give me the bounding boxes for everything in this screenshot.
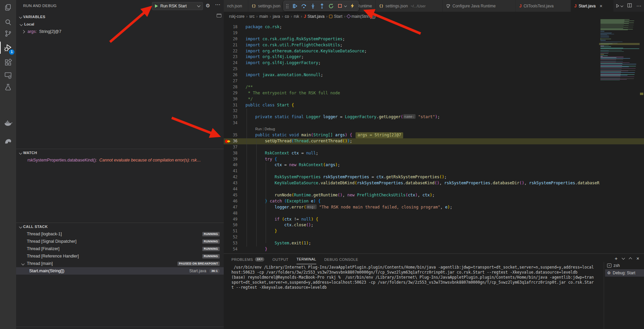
step-over-button[interactable] [300,2,308,10]
call-stack-thread-row[interactable]: Thread [Finalizer]RUNNING [16,245,224,252]
code-line-27[interactable]: 27 [224,78,644,84]
call-stack-thread-row[interactable]: Thread [logback-1]RUNNING [16,230,224,238]
codelens-run[interactable]: Run [255,127,262,131]
code-line-48[interactable]: 48 [224,210,644,217]
line-number[interactable]: 23 [224,54,237,60]
line-number[interactable]: 19 [224,30,237,36]
line-number[interactable]: 45 [224,192,237,198]
line-number[interactable]: 26 [224,72,237,78]
code-line-54[interactable]: 54 } [224,246,644,252]
call-stack-section-header[interactable]: CALL STACK [16,223,224,230]
minimap[interactable] [599,19,640,82]
start-debug-icon[interactable] [155,4,158,8]
line-number[interactable]: 31 [224,102,237,108]
launch-config-dropdown[interactable]: Run RSK Start [152,2,203,10]
line-number[interactable]: 37 [224,144,237,150]
source-control-icon[interactable] [0,27,16,40]
call-stack-frame-row[interactable]: Start.main(String[])Start.java36:1 [16,267,224,275]
watch-section-header[interactable]: WATCH [16,149,224,156]
code-line-23[interactable]: 23import org.slf4j.Logger; [224,54,644,60]
panel-tab-debug-console[interactable]: DEBUG CONSOLE [324,254,358,264]
code-line-50[interactable]: 50 ctx.close(); [224,222,644,228]
code-line-51[interactable]: 51 } [224,228,644,234]
line-number[interactable]: 30 [224,96,237,102]
line-number[interactable]: 51 [224,228,237,234]
restart-button[interactable] [327,2,335,10]
line-number[interactable]: 48 [224,210,237,217]
chevron-down-icon[interactable] [622,256,625,260]
code-line-33[interactable]: 33 private static final Logger logger = … [224,114,644,120]
code-line-24[interactable]: 24import org.slf4j.LoggerFactory; [224,60,644,66]
code-line-37[interactable]: 37 [224,144,644,150]
code-line-49[interactable]: 49 if (ctx != null) { [224,217,644,223]
code-line-31[interactable]: 31public class Start { [224,102,644,108]
close-tab-icon[interactable]: × [600,4,602,8]
more-actions-icon[interactable]: ⋯ [215,1,220,8]
code-line-20[interactable]: 20import co.rsk.config.RskSystemProperti… [224,36,644,42]
line-number[interactable]: 34 [224,120,237,126]
line-number[interactable]: 44 [224,186,237,192]
code-line-22[interactable]: 22import org.ethereum.datasource.KeyValu… [224,48,644,54]
run-file-button[interactable] [615,4,623,8]
call-stack-thread-row[interactable]: Thread [main]PAUSED ON BREAKPOINT [16,260,224,267]
editor-tab-settings-json[interactable]: {}settings.json~/.../User [376,0,443,12]
code-line-42[interactable]: 42 RskSystemProperties rskSystemProperti… [224,174,644,180]
explorer-icon[interactable] [0,1,16,14]
line-number[interactable]: 52 [224,234,237,240]
code-line-52[interactable]: 52 [224,234,644,240]
call-stack-thread-row[interactable]: Thread [Reference Handler]RUNNING [16,252,224,260]
line-number[interactable]: 39 [224,156,237,162]
code-line-34[interactable]: 34 [224,120,644,126]
hot-code-replace-icon[interactable] [348,2,356,10]
line-number[interactable]: 43 [224,180,237,186]
code-line-30[interactable]: 30 */ [224,96,644,102]
chevron-down-icon[interactable] [621,4,623,7]
remote-explorer-icon[interactable] [0,68,16,82]
line-number[interactable]: 33 [224,114,237,120]
codelens-debug[interactable]: Debug [265,127,275,131]
step-into-button[interactable] [309,2,317,10]
call-stack-thread-row[interactable]: Thread [Signal Dispatcher]RUNNING [16,238,224,245]
line-number[interactable]: 35 [224,132,237,138]
code-line-43[interactable]: 43 KeyValueDataSource.validateDbKind(rsk… [224,180,644,186]
code-line-44[interactable]: 44 [224,186,644,192]
line-number[interactable]: 46 [224,198,237,204]
line-number[interactable]: 47 [224,204,237,210]
editor-tab-clitoolstest-java[interactable]: JCliToolsTest.java [516,0,571,12]
variable-args-row[interactable]: args: String[2]@7 [16,28,224,35]
code-line-21[interactable]: 21import co.rsk.util.PreflightChecksUtil… [224,42,644,48]
code-line-28[interactable]: 28/** [224,84,644,90]
gear-icon[interactable]: ⚙ [206,3,210,9]
toolbar-drag-handle[interactable] [286,3,289,8]
panel-tab-output[interactable]: OUTPUT [272,254,288,264]
editor-tab-configure-java-runtime[interactable]: Configure Java Runtime [443,0,516,12]
step-out-button[interactable] [318,2,326,10]
line-number[interactable]: 25 [224,66,237,72]
line-number[interactable]: 28 [224,84,237,90]
terminal-output[interactable]: /usr/bin/env /Library/Internet\ Plug-Ins… [231,265,602,290]
code-line-26[interactable]: 26import javax.annotation.Nonnull; [224,72,644,78]
continue-button[interactable] [291,2,299,10]
run-and-debug-icon[interactable]: 1 [0,41,16,54]
code-line-18[interactable]: 18package co.rsk; [224,24,644,30]
watch-expression-row[interactable]: rskSystemProperties.databaseKind(): Cann… [16,156,224,164]
code-line-40[interactable]: 40 ctx = new RskContext(args); [224,162,644,168]
code-line-29[interactable]: 29 * The entrypoint for the RSK full nod… [224,90,644,96]
gradle-icon[interactable] [0,134,16,148]
stop-button[interactable] [336,2,344,10]
editor-tab-start-java[interactable]: JStart.java× [571,0,614,12]
close-panel-icon[interactable]: × [636,256,639,261]
line-number[interactable]: 38 [224,150,237,156]
breadcrumb-item[interactable]: rskj-core [229,14,245,19]
line-number[interactable]: 29 [224,90,237,96]
extensions-icon[interactable] [0,56,16,69]
editor-tab-nch-json[interactable]: nch.json [224,0,248,12]
line-number[interactable]: 18 [224,24,237,30]
terminal-list-item-debug-start[interactable]: ⚙Debug: Start [605,269,644,277]
split-editor-icon[interactable] [627,3,632,9]
line-number[interactable]: 24 [224,60,237,66]
code-line-32[interactable]: 32 [224,108,644,114]
line-number[interactable]: 20 [224,36,237,42]
maximize-panel-icon[interactable] [629,257,632,261]
code-line-41[interactable]: 41 [224,168,644,174]
